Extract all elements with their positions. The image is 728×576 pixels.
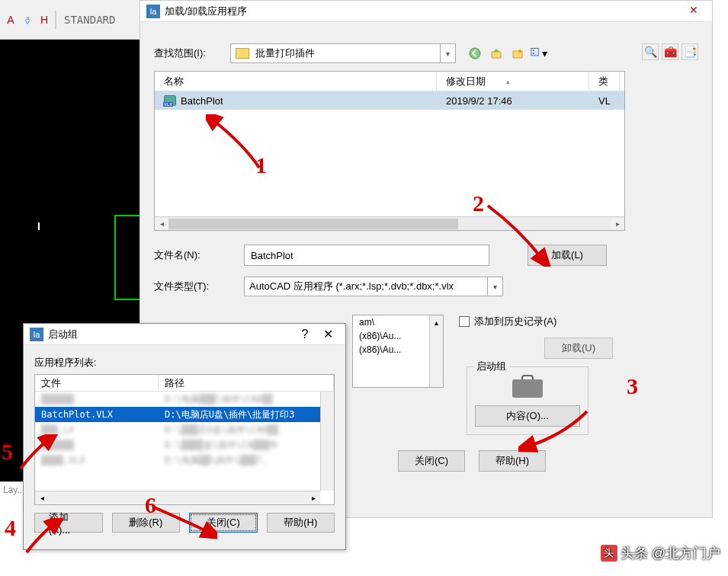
back-icon[interactable] xyxy=(467,45,483,62)
close-icon[interactable]: ✕ xyxy=(316,327,339,341)
list-item[interactable]: ▒▒▒▒▒▒D:\▒▒▒▒盘\插件\CA▒▒▒件 xyxy=(35,437,334,453)
folder-name: 批量打印插件 xyxy=(255,46,315,60)
unload-button[interactable]: 卸载(U) xyxy=(544,338,613,359)
column-path[interactable]: 路径 xyxy=(159,375,334,391)
tool-icons: 🔍 🧰 📑 xyxy=(642,43,698,60)
annotation-arrow-1 xyxy=(206,114,274,175)
lookin-label: 查找范围(I): xyxy=(154,46,230,60)
annotation-arrow-3 xyxy=(518,404,595,457)
dialog-titlebar[interactable]: la 加载/卸载应用程序 ✕ xyxy=(140,1,712,22)
annotation-arrow-2 xyxy=(480,198,556,267)
svg-rect-2 xyxy=(533,50,534,51)
briefcase-icon xyxy=(512,376,543,398)
annotation-arrow-6 xyxy=(149,503,217,541)
annotation-arrow-4 xyxy=(23,518,69,556)
list-item[interactable]: ▒▒▒▒▒▒D:\电脑▒▒▒\插件\CAD▒▒ xyxy=(35,392,334,407)
dialog-title: 加载/卸载应用程序 xyxy=(165,5,681,18)
chevron-down-icon[interactable]: ▾ xyxy=(440,44,455,62)
help-icon[interactable]: ? xyxy=(293,328,316,341)
search-icon[interactable]: 🔍 xyxy=(642,43,659,60)
background-toolbar: A ⎀ H STANDARD xyxy=(0,0,141,40)
filename-input[interactable]: BatchPlot xyxy=(244,245,489,266)
list-item[interactable]: ▒▒▒▒.VLXD:\电脑▒▒\插件\▒▒▒7. xyxy=(35,453,334,468)
checkbox-icon[interactable] xyxy=(459,316,470,327)
vlx-file-icon xyxy=(164,95,176,106)
list-label: 应用程序列表: xyxy=(34,356,335,370)
loaded-apps-list[interactable]: am\ (x86)\Au... (x86)\Au... ▴ xyxy=(352,315,444,388)
up-icon[interactable] xyxy=(488,45,505,62)
views-icon[interactable]: ▾ xyxy=(531,45,547,62)
annotation-arrow-5 xyxy=(17,434,63,472)
file-name: BatchPlot xyxy=(181,95,223,107)
selection-rect xyxy=(114,215,141,300)
dialog-title: 启动组 xyxy=(48,328,293,341)
tools-icon[interactable]: 🧰 xyxy=(662,43,678,60)
file-date: 2019/9/2 17:46 xyxy=(437,95,589,107)
column-date[interactable]: 修改日期 xyxy=(437,72,589,91)
svg-rect-1 xyxy=(531,48,538,55)
column-type[interactable]: 类 xyxy=(589,72,620,91)
file-row[interactable]: BatchPlot 2019/9/2 17:46 VL xyxy=(155,91,624,110)
annotation-number-4: 4 xyxy=(5,515,16,540)
svg-point-0 xyxy=(470,48,480,59)
svg-rect-3 xyxy=(533,53,534,54)
watermark: 头 头条 @北方门户 xyxy=(601,544,720,562)
filetype-label: 文件类型(T): xyxy=(154,280,244,293)
column-name[interactable]: 名称 xyxy=(155,72,437,91)
add-history-checkbox[interactable]: 添加到历史记录(A) xyxy=(459,315,698,328)
list-item[interactable]: BatchPlot.VLXD:\电脑店U盘\插件\批量打印3 xyxy=(35,407,334,422)
filename-label: 文件名(N): xyxy=(154,248,244,262)
app-icon: la xyxy=(30,328,43,341)
close-icon[interactable]: ✕ xyxy=(681,4,706,19)
startup-app-list[interactable]: 文件 路径 ▒▒▒▒▒▒D:\电脑▒▒▒\插件\CAD▒▒BatchPlot.V… xyxy=(34,374,335,505)
chevron-down-icon[interactable]: ▾ xyxy=(487,277,502,296)
column-file[interactable]: 文件 xyxy=(35,375,159,391)
toolbar-icon-a[interactable]: A xyxy=(3,12,18,27)
newfolder-icon[interactable] xyxy=(509,45,526,62)
watermark-icon: 头 xyxy=(601,545,617,562)
startup-group-label: 启动组 xyxy=(473,360,509,373)
toolbar-icon-c[interactable]: H xyxy=(37,12,52,27)
sort-indicator-icon: ▴ xyxy=(506,78,510,85)
style-name: STANDARD xyxy=(59,14,115,26)
toolbar-icon-b[interactable]: ⎀ xyxy=(20,12,35,27)
help-button[interactable]: 帮助(H) xyxy=(267,513,335,533)
file-type: VL xyxy=(589,95,620,107)
app-icon: la xyxy=(146,5,160,18)
lookin-combo[interactable]: 批量打印插件 ▾ xyxy=(230,43,456,63)
options-icon[interactable]: 📑 xyxy=(681,43,698,60)
vscrollbar[interactable]: ▴ xyxy=(429,315,443,387)
vscrollbar[interactable] xyxy=(320,392,334,491)
close-button[interactable]: 关闭(C) xyxy=(398,450,465,472)
folder-icon xyxy=(236,48,249,59)
filetype-combo[interactable]: AutoCAD 应用程序 (*.arx;*.lsp;*.dvb;*.dbx;*.… xyxy=(244,277,503,296)
loaded-apps-panel: am\ (x86)\Au... (x86)\Au... ▴ xyxy=(352,315,444,435)
dialog-titlebar[interactable]: la 启动组 ? ✕ xyxy=(24,324,345,345)
list-item[interactable]: ▒▒▒.LXD:\▒▒▒店U盘\插件\CAD▒▒ xyxy=(35,422,334,437)
